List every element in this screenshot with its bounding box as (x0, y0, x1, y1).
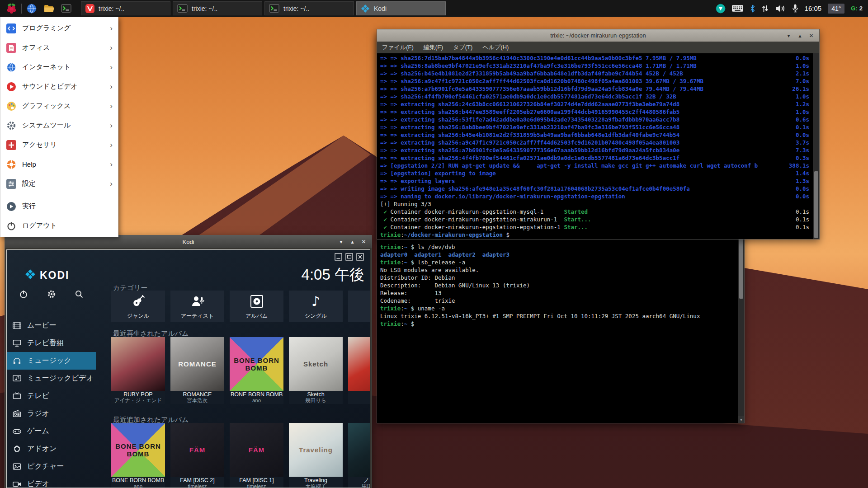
album-label: LOreG (348, 391, 370, 404)
kodi-search-button[interactable] (75, 290, 84, 299)
kodi-window[interactable]: Kodi ▾ ▴ ✕ KODI 4:05 午後 ムービーテレビ番組ミュージックミ… (5, 235, 372, 488)
videos-icon (13, 480, 22, 488)
maximize-button[interactable]: ▴ (795, 31, 805, 40)
launcher-terminal[interactable] (57, 1, 75, 16)
album-item[interactable]: ROMANCEROMANCE宮本浩次 (170, 337, 224, 404)
volume-icon[interactable] (775, 4, 786, 13)
gpu-widget[interactable]: G:2 (851, 5, 863, 12)
menu-item-system-tools[interactable]: システムツール› (0, 116, 118, 135)
launcher-raspberry-menu[interactable] (3, 1, 20, 16)
kodi-sidebar-item-pictures[interactable]: ピクチャー (7, 458, 96, 475)
terminal-menu-item[interactable]: タブ(T) (453, 43, 472, 52)
album-item[interactable]: RUBY POPアイナ・ジ・エンド (111, 337, 165, 404)
category-tile-genre[interactable]: ジャンル (111, 291, 165, 322)
terminal-line: => => extracting sha256:4f4fb700ef54461c… (380, 154, 809, 162)
menu-item-graphics[interactable]: グラフィックス› (0, 96, 118, 116)
terminal-menu-item[interactable]: 編集(E) (424, 43, 443, 52)
menu-item-preferences[interactable]: 設定› (0, 174, 118, 193)
preferences-icon (6, 178, 16, 189)
close-button[interactable]: ✕ (359, 237, 368, 247)
menu-item-sound-video[interactable]: サウンドとビデオ› (0, 77, 118, 96)
album-item[interactable]: SketchSketch幾田りら (289, 337, 343, 404)
task-button[interactable]: Kodi (356, 1, 446, 15)
terminal-output: trixie:~ $ ls /dev/dvbadapter0 adapter1 … (380, 243, 734, 328)
window-titlebar[interactable]: Kodi ▾ ▴ ✕ (5, 235, 372, 248)
category-tile-album[interactable]: アルバム (230, 291, 283, 322)
kodi-close-button[interactable] (356, 253, 364, 261)
kodi-settings-gear-button[interactable] (47, 290, 56, 299)
kodi-min-button[interactable] (335, 253, 342, 261)
kodi-sidebar-item-tv-shows[interactable]: テレビ番組 (7, 334, 96, 352)
games-icon (13, 427, 22, 436)
album-item[interactable]: FÄMFAM [DISC 1]timelesz (230, 423, 283, 488)
terminal-line-time: 0.0s (792, 185, 809, 192)
album-item[interactable]: BONE BORN BOMBBONE BORN BOMBano (111, 423, 165, 488)
microphone-icon[interactable] (792, 4, 798, 13)
kodi-sidebar-item-tv[interactable]: テレビ (7, 387, 96, 405)
kodi-power-button[interactable] (19, 290, 28, 299)
minimize-button[interactable]: ▾ (336, 237, 346, 247)
scrollbar-thumb[interactable] (814, 171, 818, 238)
task-label: Kodi (374, 5, 387, 12)
kodi-sidebar-label: ゲーム (27, 427, 49, 436)
minimize-button[interactable]: ▾ (784, 31, 793, 40)
kodi-sidebar-item-movies[interactable]: ムービー (7, 317, 96, 334)
tv-icon (13, 392, 22, 400)
category-tile-artist[interactable]: アーティスト (170, 291, 224, 322)
album-cover: ROMANCE (170, 337, 224, 391)
terminal-line-text: => => sha256:4f4fb700ef54461cfa02571ae0d… (380, 93, 792, 100)
taskbar-clock[interactable]: 16:05 (805, 5, 822, 12)
album-item[interactable]: BONE BORN BOMBBONE BORN BOMBano (230, 337, 283, 404)
album-item[interactable]: ノワール甲田まひる (348, 423, 370, 488)
album-cover: BONE BORN BOMB (230, 337, 283, 391)
logout-icon (6, 221, 16, 231)
terminal-line-text: trixie:~ $ (380, 320, 734, 328)
maximize-button[interactable]: ▴ (348, 237, 357, 247)
terminal-body[interactable]: => => sha256:7d15bab7ba4844a9b3956c41940… (377, 53, 819, 239)
temperature-widget[interactable]: 41° (828, 4, 844, 14)
album-title: BONE BORN BOMB (231, 391, 283, 398)
album-item[interactable]: FÄMFAM [DISC 2]timelesz (170, 423, 224, 488)
menu-item-internet[interactable]: インターネット› (0, 57, 118, 77)
terminal-line-text: => => extracting sha256:8ab8bee9bf47021e… (380, 123, 792, 131)
bluetooth-icon[interactable] (750, 4, 755, 13)
kodi-max-button[interactable] (345, 253, 353, 261)
kodi-sidebar-item-music-videos[interactable]: ミュージックビデオ (7, 370, 96, 387)
terminal-menu-item[interactable]: ヘルプ(H) (482, 43, 509, 52)
window-titlebar[interactable]: trixie: ~/docker-mirakurun-epgstation ▾ … (377, 29, 819, 42)
category-tile-single[interactable]: ♪シングル (289, 291, 343, 322)
kodi-sidebar-item-videos[interactable]: ビデオ (7, 475, 96, 488)
menu-item-programming[interactable]: プログラミング› (0, 19, 118, 38)
album-item[interactable]: TravelingTraveling大原櫻子 (289, 423, 343, 488)
task-button[interactable]: trixie: ~/.. (81, 1, 170, 15)
launcher-globe[interactable] (23, 1, 40, 16)
keyboard-icon[interactable] (731, 4, 744, 13)
close-button[interactable]: ✕ (807, 31, 816, 40)
album-item[interactable]: LOreG (348, 337, 370, 404)
terminal-line: ✔ Container docker-mirakurun-epgstation-… (380, 208, 809, 216)
launcher-file-manager[interactable] (40, 1, 57, 16)
kodi-sidebar-item-games[interactable]: ゲーム (7, 422, 96, 440)
menu-item-office[interactable]: オフィス› (0, 38, 118, 57)
category-tile-single[interactable]: ♪ (348, 291, 370, 322)
scrollbar[interactable] (813, 53, 819, 239)
menu-item-help[interactable]: Help› (0, 155, 118, 174)
task-button[interactable]: trixie: ~/.. (173, 1, 262, 15)
terminal-line: => [epgstation 2/2] RUN apt-get update &… (380, 162, 809, 169)
kodi-sidebar-item-music[interactable]: ミュージック (7, 352, 96, 370)
terminal-line-text: => => sha256:7d15bab7ba4844a9b3956c41940… (380, 54, 792, 62)
menu-item-run[interactable]: 実行 (0, 197, 118, 216)
scroll-down-arrow[interactable]: ▾ (738, 416, 744, 423)
terminal-menu-item[interactable]: ファイル(F) (382, 43, 414, 52)
taskbar: trixie: ~/..trixie: ~/..trixie: ~/..Kodi… (0, 0, 868, 17)
terminal-line-time: 0.1s (792, 223, 809, 231)
updown-icon[interactable] (761, 4, 769, 13)
menu-item-accessories[interactable]: アクセサリ› (0, 135, 118, 155)
terminal-window-docker[interactable]: trixie: ~/docker-mirakurun-epgstation ▾ … (377, 29, 820, 239)
vnc-icon[interactable] (716, 4, 726, 14)
menu-item-logout[interactable]: ログアウト (0, 216, 118, 235)
kodi-sidebar-item-radio[interactable]: ラジオ (7, 405, 96, 422)
terminal-line: trixie:~ $ uname -a (380, 305, 734, 312)
kodi-sidebar-item-addons[interactable]: アドオン (7, 440, 96, 458)
task-button[interactable]: trixie: ~/.. (264, 1, 354, 15)
